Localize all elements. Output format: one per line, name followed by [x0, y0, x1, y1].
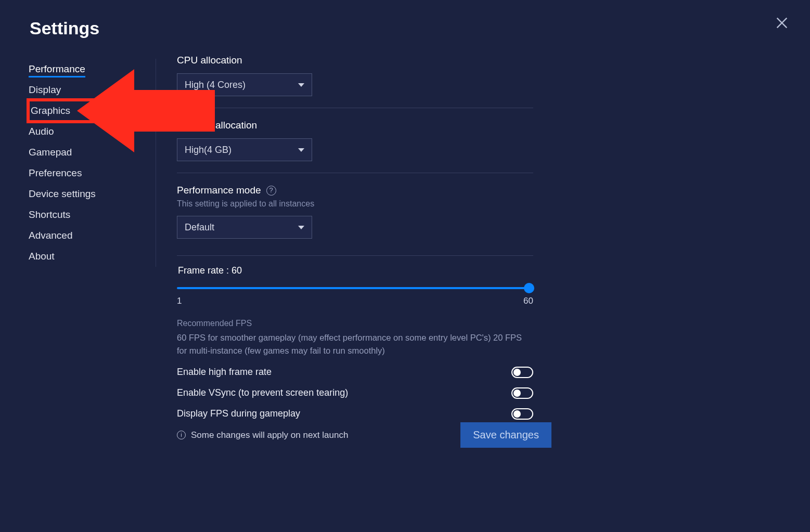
sidebar-item-audio[interactable]: Audio	[29, 121, 150, 142]
toggle-row-showfps: Display FPS during gameplay	[177, 408, 533, 420]
perfmode-sub: This setting is applied to all instances	[177, 199, 533, 209]
perfmode-select[interactable]: Default	[177, 216, 312, 239]
framerate-min: 1	[177, 296, 182, 306]
help-icon[interactable]: ?	[266, 186, 276, 196]
section-memory: Memory allocation High(4 GB)	[177, 120, 533, 173]
slider-track	[177, 287, 533, 289]
rec-fps-body: 60 FPS for smoother gameplay (may effect…	[177, 331, 531, 357]
chevron-down-icon	[298, 226, 304, 229]
footer-info: i Some changes will apply on next launch	[177, 430, 348, 440]
cpu-label: CPU allocation	[177, 55, 533, 66]
page-title: Settings	[30, 18, 99, 38]
sidebar-item-performance[interactable]: Performance	[29, 59, 150, 80]
vsync-toggle[interactable]	[511, 387, 533, 399]
sidebar-item-display[interactable]: Display	[29, 80, 150, 100]
showfps-toggle[interactable]	[511, 408, 533, 420]
framerate-range: 1 60	[177, 296, 533, 306]
memory-select[interactable]: High(4 GB)	[177, 138, 312, 161]
showfps-label: Display FPS during gameplay	[177, 408, 300, 419]
slider-thumb[interactable]	[524, 283, 534, 293]
toggle-row-hifr: Enable high frame rate	[177, 367, 533, 378]
section-framerate: Frame rate : 60 1 60 Recommended FPS 60 …	[177, 255, 533, 431]
section-cpu: CPU allocation High (4 Cores)	[177, 55, 533, 108]
framerate-slider[interactable]	[177, 283, 533, 293]
sidebar-item-device-settings[interactable]: Device settings	[29, 184, 150, 204]
cpu-select-value: High (4 Cores)	[185, 80, 246, 90]
sidebar-item-preferences[interactable]: Preferences	[29, 163, 150, 184]
toggle-row-vsync: Enable VSync (to prevent screen tearing)	[177, 387, 533, 399]
chevron-down-icon	[298, 83, 304, 87]
close-icon[interactable]	[775, 16, 789, 30]
memory-select-value: High(4 GB)	[185, 145, 232, 155]
perfmode-label: Performance mode ?	[177, 185, 533, 196]
cpu-select[interactable]: High (4 Cores)	[177, 73, 312, 96]
settings-main: CPU allocation High (4 Cores) Memory all…	[177, 55, 533, 431]
sidebar-item-gamepad[interactable]: Gamepad	[29, 142, 150, 163]
rec-fps-head: Recommended FPS	[177, 319, 533, 328]
info-icon: i	[177, 431, 186, 439]
sidebar-item-advanced[interactable]: Advanced	[29, 225, 150, 246]
framerate-label: Frame rate : 60	[177, 265, 533, 276]
settings-sidebar: Performance Display Graphics Audio Gamep…	[29, 59, 156, 267]
save-button[interactable]: Save changes	[460, 422, 551, 448]
sidebar-item-shortcuts[interactable]: Shortcuts	[29, 204, 150, 225]
hifr-toggle[interactable]	[511, 367, 533, 378]
section-perfmode: Performance mode ? This setting is appli…	[177, 185, 533, 244]
chevron-down-icon	[298, 148, 304, 152]
perfmode-select-value: Default	[185, 222, 214, 233]
settings-footer: i Some changes will apply on next launch…	[177, 422, 551, 448]
memory-label: Memory allocation	[177, 120, 533, 131]
sidebar-item-about[interactable]: About	[29, 246, 150, 267]
vsync-label: Enable VSync (to prevent screen tearing)	[177, 387, 348, 398]
framerate-max: 60	[523, 296, 533, 306]
hifr-label: Enable high frame rate	[177, 367, 272, 378]
sidebar-item-graphics[interactable]: Graphics	[29, 100, 150, 121]
